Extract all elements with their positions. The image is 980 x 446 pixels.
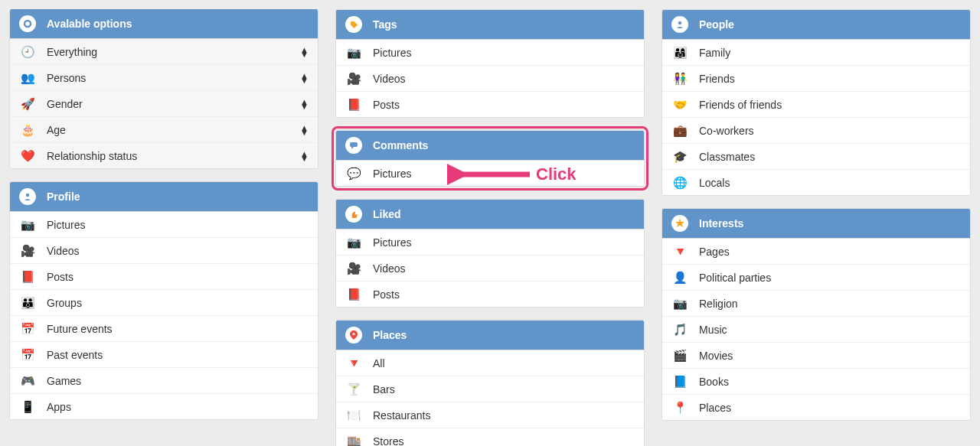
tags-pictures[interactable]: 📷Pictures	[336, 39, 644, 65]
svg-point-0	[24, 21, 31, 27]
liked-videos[interactable]: 🎥Videos	[336, 255, 644, 281]
profile-past-events[interactable]: 📅Past events	[10, 341, 318, 367]
people-locals[interactable]: 🌐Locals	[662, 169, 970, 195]
places-stores-icon: 🏬	[345, 435, 362, 447]
comments-pictures[interactable]: 💬Pictures	[336, 160, 644, 186]
header-available-options: Avalable options	[10, 9, 318, 38]
profile-videos[interactable]: 🎥Videos	[10, 237, 318, 263]
profile-pictures-icon: 📷	[19, 218, 36, 232]
places-stores[interactable]: 🏬Stores	[336, 428, 644, 446]
people-family[interactable]: 👨‍👩‍👧Family	[662, 39, 970, 65]
options-rows: 🕘Everything▲▼👥Persons▲▼🚀Gender▲▼🎂Age▲▼❤️…	[10, 38, 318, 168]
header-interests: Interests	[662, 209, 970, 238]
places-bars-label: Bars	[373, 383, 635, 396]
interests-music[interactable]: 🎵Music	[662, 316, 970, 342]
liked-videos-label: Videos	[373, 262, 635, 275]
places-restaurants[interactable]: 🍽️Restaurants	[336, 402, 644, 428]
places-bars[interactable]: 🍸Bars	[336, 376, 644, 402]
option-everything-label: Everything	[47, 46, 300, 58]
sort-icon[interactable]: ▲▼	[300, 73, 309, 83]
profile-past-events-icon: 📅	[19, 348, 36, 362]
tags-videos[interactable]: 🎥Videos	[336, 65, 644, 91]
option-age[interactable]: 🎂Age▲▼	[10, 116, 318, 142]
interests-music-label: Music	[699, 324, 961, 336]
places-all-icon: 🔻	[345, 356, 362, 370]
interests-pages[interactable]: 🔻Pages	[662, 238, 970, 264]
svg-rect-2	[350, 142, 358, 147]
people-fof[interactable]: 🤝Friends of friends	[662, 91, 970, 117]
profile-games-icon: 🎮	[19, 374, 36, 388]
profile-future-events-label: Future events	[47, 323, 309, 335]
header-title: Profile	[47, 190, 80, 203]
people-fof-icon: 🤝	[671, 98, 688, 112]
option-relationship[interactable]: ❤️Relationship status▲▼	[10, 142, 318, 168]
places-stores-label: Stores	[373, 435, 635, 447]
option-relationship-icon: ❤️	[19, 149, 36, 163]
interests-places[interactable]: 📍Places	[662, 394, 970, 420]
option-gender-label: Gender	[47, 98, 300, 110]
profile-pictures[interactable]: 📷Pictures	[10, 211, 318, 237]
header-liked: Liked	[336, 200, 644, 229]
people-coworkers[interactable]: 💼Co-workers	[662, 117, 970, 143]
profile-rows: 📷Pictures🎥Videos📕Posts👪Groups📅Future eve…	[10, 211, 318, 419]
sort-icon[interactable]: ▲▼	[300, 151, 309, 161]
option-persons-label: Persons	[47, 72, 300, 84]
panel-available-options: Avalable options 🕘Everything▲▼👥Persons▲▼…	[9, 9, 318, 169]
sort-icon[interactable]: ▲▼	[300, 47, 309, 57]
liked-pictures[interactable]: 📷Pictures	[336, 229, 644, 255]
header-title: People	[699, 18, 734, 31]
liked-posts[interactable]: 📕Posts	[336, 281, 644, 307]
interests-religion[interactable]: 📷Religion	[662, 290, 970, 316]
panel-tags: Tags 📷Pictures🎥Videos📕Posts	[335, 9, 645, 118]
liked-rows: 📷Pictures🎥Videos📕Posts	[336, 229, 644, 307]
people-coworkers-icon: 💼	[671, 124, 688, 138]
profile-games[interactable]: 🎮Games	[10, 367, 318, 393]
people-friends[interactable]: 👫Friends	[662, 65, 970, 91]
panel-profile: Profile 📷Pictures🎥Videos📕Posts👪Groups📅Fu…	[9, 181, 318, 420]
people-classmates-icon: 🎓	[671, 150, 688, 164]
liked-posts-icon: 📕	[345, 288, 362, 301]
people-classmates[interactable]: 🎓Classmates	[662, 143, 970, 169]
places-all[interactable]: 🔻All	[336, 350, 644, 376]
tags-videos-label: Videos	[373, 73, 635, 85]
places-bars-icon: 🍸	[345, 383, 362, 396]
profile-apps[interactable]: 📱Apps	[10, 393, 318, 419]
profile-future-events[interactable]: 📅Future events	[10, 315, 318, 341]
interests-movies-icon: 🎬	[671, 349, 688, 363]
liked-videos-icon: 🎥	[345, 262, 362, 275]
profile-apps-label: Apps	[47, 401, 309, 413]
interests-places-icon: 📍	[671, 401, 688, 415]
interests-political-icon: 👤	[671, 271, 688, 285]
header-title: Liked	[373, 208, 401, 220]
header-title: Places	[373, 329, 407, 341]
people-coworkers-label: Co-workers	[699, 125, 961, 137]
panel-comments: Comments 💬Pictures Click	[335, 130, 645, 187]
interests-religion-icon: 📷	[671, 297, 688, 311]
interests-movies[interactable]: 🎬Movies	[662, 342, 970, 368]
interests-political[interactable]: 👤Political parties	[662, 264, 970, 290]
pin-icon	[345, 327, 362, 343]
comment-icon	[345, 137, 362, 154]
places-rows: 🔻All🍸Bars🍽️Restaurants🏬Stores	[336, 350, 644, 446]
option-persons[interactable]: 👥Persons▲▼	[10, 64, 318, 90]
tags-posts-icon: 📕	[345, 98, 362, 112]
profile-posts[interactable]: 📕Posts	[10, 263, 318, 289]
interests-books-icon: 📘	[671, 375, 688, 389]
header-people: People	[662, 10, 970, 39]
sort-icon[interactable]: ▲▼	[300, 99, 309, 109]
interests-books[interactable]: 📘Books	[662, 368, 970, 394]
people-locals-label: Locals	[699, 177, 961, 189]
tags-videos-icon: 🎥	[345, 72, 362, 86]
panel-places: Places 🔻All🍸Bars🍽️Restaurants🏬Stores	[335, 320, 645, 446]
places-restaurants-icon: 🍽️	[345, 409, 362, 422]
interests-political-label: Political parties	[699, 272, 961, 284]
header-places: Places	[336, 321, 644, 350]
like-icon	[345, 206, 362, 223]
option-gender[interactable]: 🚀Gender▲▼	[10, 90, 318, 116]
interests-pages-label: Pages	[699, 246, 961, 258]
profile-groups[interactable]: 👪Groups	[10, 289, 318, 315]
tags-pictures-icon: 📷	[345, 46, 362, 60]
sort-icon[interactable]: ▲▼	[300, 125, 309, 135]
tags-posts[interactable]: 📕Posts	[336, 91, 644, 117]
option-everything[interactable]: 🕘Everything▲▼	[10, 38, 318, 64]
